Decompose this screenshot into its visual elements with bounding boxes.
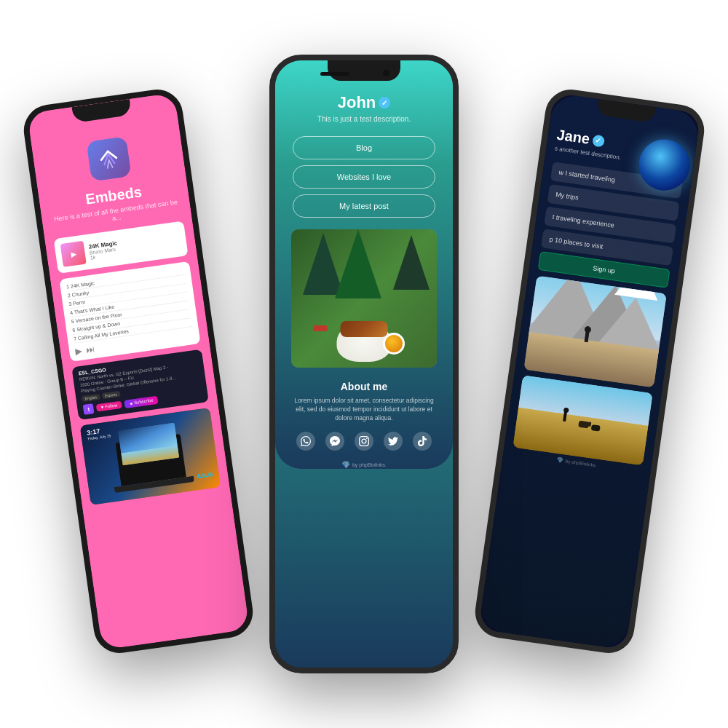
twitch-embed-card: ESL_CSGO RERUN: North vs. G2 Esports [Du…	[72, 349, 209, 420]
music-info: 24K Magic Bruno Mars 1k	[88, 231, 181, 260]
desert-dog-1	[578, 421, 589, 429]
sambal-decoration	[313, 325, 328, 331]
playback-next-icon: ⏭	[85, 344, 95, 355]
social-icons-row	[296, 432, 432, 451]
desert-dog-2	[590, 424, 600, 432]
rice-cone-2	[335, 229, 381, 298]
mountain-photo	[523, 276, 666, 388]
phone-right: Jane ✓ s another test description. w I s…	[472, 86, 708, 656]
twitch-follow-button[interactable]: ♥ Follow	[96, 401, 122, 412]
right-screen: Jane ✓ s another test description. w I s…	[478, 92, 701, 649]
tag-esports: Esports	[101, 391, 120, 399]
center-user-desc: This is just a test description.	[317, 115, 411, 123]
whatsapp-icon[interactable]	[296, 432, 315, 451]
music-playlist: 1 24K Magic 2 Chunky 3 Perm 4 That's Wha…	[60, 261, 201, 362]
left-app-logo	[86, 136, 131, 181]
music-thumbnail: ▶	[60, 241, 87, 267]
center-user-name: John ✓	[338, 93, 391, 112]
instagram-icon[interactable]	[355, 432, 373, 451]
tiktok-icon[interactable]	[413, 432, 432, 451]
twitch-subscribe-button[interactable]: ★ Subscribe	[124, 395, 158, 408]
center-about-text: Lorem ipsum dolor sit amet, consectetur …	[275, 397, 453, 423]
center-btn-websites[interactable]: Websites I love	[293, 165, 435, 189]
phone-left: Embeds Here is a test of all the embeds …	[20, 86, 256, 656]
right-verify-icon: ✓	[592, 134, 605, 147]
tag-english: English	[82, 394, 100, 402]
desert-photo	[513, 375, 652, 465]
main-scene: Embeds Here is a test of all the embeds …	[36, 36, 692, 692]
music-play-icon: ▶	[70, 250, 76, 258]
laptop-display	[118, 423, 179, 465]
camera-dot	[383, 70, 389, 76]
center-btn-blog[interactable]: Blog	[293, 136, 435, 159]
messenger-icon[interactable]	[325, 432, 344, 451]
left-screen: Embeds Here is a test of all the embeds …	[27, 92, 250, 649]
food-photo	[291, 229, 437, 368]
center-about-title: About me	[341, 381, 388, 392]
rice-cone-3	[393, 235, 430, 290]
laptop-image: 3:17 Friday, July 15 ASUS	[80, 408, 221, 505]
speaker-bar	[320, 72, 349, 76]
twitter-icon[interactable]	[384, 432, 403, 451]
phone-center: John ✓ This is just a test description. …	[269, 55, 459, 673]
center-btn-post[interactable]: My latest post	[293, 194, 435, 218]
laptop-embed-card: 3:17 Friday, July 15 ASUS	[80, 408, 221, 505]
center-verify-icon: ✓	[379, 97, 390, 108]
egg-decoration	[383, 333, 405, 355]
decorative-orb	[635, 136, 697, 198]
playback-play-icon: ▶	[75, 346, 83, 357]
meat-topping	[340, 321, 387, 337]
center-screen: John ✓ This is just a test description. …	[275, 60, 453, 469]
center-notch	[328, 60, 400, 81]
center-powered-by: 💎 by phpBiolinks.	[341, 461, 387, 469]
twitch-logo-icon: t	[83, 403, 95, 415]
